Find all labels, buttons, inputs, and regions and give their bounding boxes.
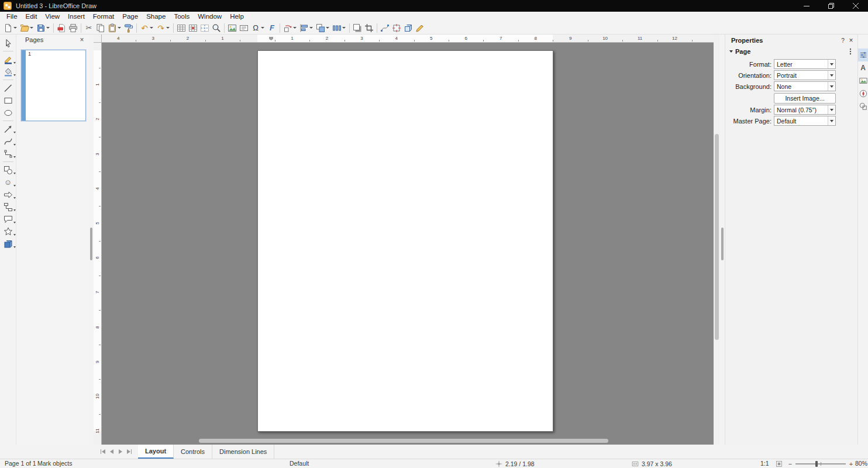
symbol-shapes-button[interactable]: ☺ bbox=[1, 176, 16, 188]
first-page-button[interactable] bbox=[98, 446, 107, 457]
chevron-down-icon[interactable] bbox=[828, 71, 835, 80]
gluepoint-functions-button[interactable] bbox=[391, 22, 402, 34]
dropdown-arrow-icon[interactable] bbox=[29, 23, 34, 33]
splitter-grip[interactable] bbox=[90, 228, 92, 260]
chevron-down-icon[interactable] bbox=[828, 60, 835, 68]
line-color-button[interactable] bbox=[1, 53, 16, 66]
dropdown-arrow-icon[interactable] bbox=[342, 23, 346, 33]
dropdown-arrow-icon[interactable] bbox=[13, 156, 16, 159]
dropdown-arrow-icon[interactable] bbox=[309, 23, 314, 33]
dropdown-arrow-icon[interactable] bbox=[166, 23, 170, 33]
zoom-slider[interactable]: − + bbox=[787, 459, 854, 468]
menu-edit[interactable]: Edit bbox=[22, 12, 42, 22]
zoom-in-icon[interactable]: + bbox=[848, 460, 854, 467]
dropdown-arrow-icon[interactable] bbox=[117, 23, 122, 33]
dropdown-arrow-icon[interactable] bbox=[13, 185, 16, 188]
sidebar-tab-gallery[interactable] bbox=[858, 74, 868, 87]
dropdown-arrow-icon[interactable] bbox=[13, 23, 18, 33]
dropdown-arrow-icon[interactable] bbox=[46, 23, 50, 33]
show-draw-functions-button[interactable] bbox=[414, 22, 426, 34]
more-options-icon[interactable] bbox=[847, 48, 854, 55]
dropdown-arrow-icon[interactable] bbox=[13, 62, 16, 65]
format-select[interactable]: Letter bbox=[774, 59, 836, 69]
callouts-button[interactable] bbox=[1, 213, 16, 225]
3d-objects-button[interactable] bbox=[1, 238, 16, 250]
new-document-button[interactable] bbox=[2, 22, 19, 34]
stars-and-banners-button[interactable] bbox=[1, 225, 16, 238]
layer-tab-layout[interactable]: Layout bbox=[138, 445, 174, 459]
dropdown-arrow-icon[interactable] bbox=[260, 23, 265, 33]
transformations-button[interactable] bbox=[282, 22, 298, 34]
dropdown-arrow-icon[interactable] bbox=[13, 209, 16, 212]
menu-shape[interactable]: Shape bbox=[142, 12, 170, 22]
connectors-button[interactable] bbox=[1, 147, 16, 160]
margin-select[interactable]: Normal (0.75") bbox=[774, 105, 836, 115]
pages-panel-splitter[interactable] bbox=[89, 35, 94, 445]
menu-format[interactable]: Format bbox=[89, 12, 118, 22]
ellipse-button[interactable] bbox=[1, 106, 16, 119]
open-button[interactable] bbox=[19, 22, 35, 34]
section-collapse-icon[interactable] bbox=[729, 50, 733, 54]
dropdown-arrow-icon[interactable] bbox=[149, 23, 154, 33]
dropdown-arrow-icon[interactable] bbox=[13, 132, 16, 135]
menu-window[interactable]: Window bbox=[194, 12, 226, 22]
dropdown-arrow-icon[interactable] bbox=[13, 74, 16, 77]
previous-page-button[interactable] bbox=[107, 446, 116, 457]
insert-fontwork-button[interactable]: F bbox=[266, 22, 278, 34]
fit-page-button[interactable] bbox=[774, 459, 784, 468]
insert-text-box-button[interactable] bbox=[238, 22, 250, 34]
display-grid-button[interactable] bbox=[175, 22, 187, 34]
dropdown-arrow-icon[interactable] bbox=[13, 234, 16, 237]
dropdown-arrow-icon[interactable] bbox=[13, 246, 16, 249]
curves-and-polygons-button[interactable] bbox=[1, 135, 16, 147]
sidebar-tab-styles[interactable]: A bbox=[858, 61, 868, 74]
basic-shapes-button[interactable] bbox=[1, 164, 16, 176]
dropdown-arrow-icon[interactable] bbox=[13, 173, 16, 176]
paste-button[interactable] bbox=[106, 22, 123, 34]
background-select[interactable]: None bbox=[774, 81, 836, 91]
page-count-status[interactable]: Page 1 of 1 bbox=[5, 459, 36, 468]
shadow-button[interactable] bbox=[352, 22, 363, 34]
rectangle-button[interactable] bbox=[1, 94, 16, 106]
dropdown-arrow-icon[interactable] bbox=[13, 197, 16, 200]
zoom-slider-handle[interactable] bbox=[815, 461, 818, 467]
insert-image-button[interactable] bbox=[226, 22, 238, 34]
close-button[interactable] bbox=[843, 0, 868, 12]
helplines-while-moving-button[interactable] bbox=[199, 22, 211, 34]
clone-formatting-button[interactable] bbox=[123, 22, 135, 34]
lines-and-arrows-button[interactable] bbox=[1, 123, 16, 135]
print-button[interactable] bbox=[67, 22, 79, 34]
flowchart-button[interactable] bbox=[1, 201, 16, 213]
next-page-button[interactable] bbox=[116, 446, 125, 457]
master-page-select[interactable]: Default bbox=[774, 116, 836, 126]
drawing-canvas[interactable] bbox=[102, 43, 714, 445]
menu-insert[interactable]: Insert bbox=[64, 12, 89, 22]
insert-line-button[interactable] bbox=[1, 82, 16, 94]
zoom-out-icon[interactable]: − bbox=[787, 460, 793, 467]
zoom-percent[interactable]: 80% bbox=[855, 459, 867, 468]
menu-tools[interactable]: Tools bbox=[170, 12, 194, 22]
layer-tab-dimension-lines[interactable]: Dimension Lines bbox=[212, 445, 274, 459]
menu-file[interactable]: File bbox=[2, 12, 22, 22]
document-page[interactable] bbox=[257, 50, 553, 432]
fill-color-button[interactable] bbox=[1, 66, 16, 78]
vertical-scrollbar[interactable] bbox=[714, 35, 720, 445]
vertical-scrollbar-thumb[interactable] bbox=[715, 134, 719, 340]
page-thumbnail[interactable]: 1 bbox=[21, 50, 86, 121]
insert-image-button[interactable]: Insert Image... bbox=[774, 93, 836, 104]
splitter-grip[interactable] bbox=[721, 228, 724, 260]
horizontal-ruler[interactable]: 4321123456789101112 bbox=[102, 35, 714, 43]
sidebar-tab-shapes[interactable] bbox=[858, 100, 868, 113]
export-pdf-button[interactable] bbox=[56, 22, 67, 34]
dropdown-arrow-icon[interactable] bbox=[13, 144, 16, 147]
edit-points-button[interactable] bbox=[379, 22, 391, 34]
chevron-down-icon[interactable] bbox=[828, 105, 835, 114]
align-objects-button[interactable] bbox=[298, 22, 315, 34]
properties-panel-splitter[interactable] bbox=[720, 35, 725, 445]
dropdown-arrow-icon[interactable] bbox=[13, 222, 16, 225]
page-style-status[interactable]: Default bbox=[290, 459, 309, 468]
sidebar-tab-properties[interactable] bbox=[858, 49, 868, 61]
help-icon[interactable]: ? bbox=[839, 37, 847, 44]
copy-button[interactable] bbox=[95, 22, 106, 34]
crop-image-button[interactable] bbox=[363, 22, 375, 34]
